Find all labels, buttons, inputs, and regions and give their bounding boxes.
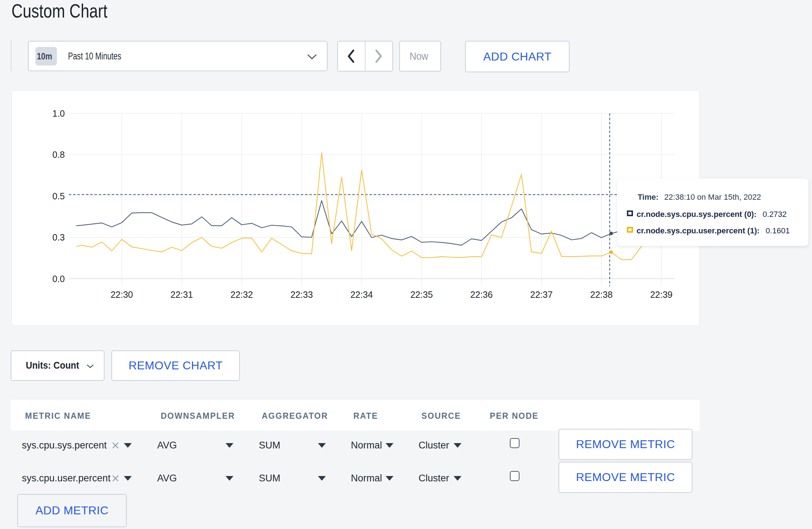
svg-text:22:38: 22:38: [590, 290, 613, 300]
svg-text:0.5: 0.5: [52, 191, 65, 201]
svg-text:22:37: 22:37: [530, 290, 553, 300]
svg-text:0.3: 0.3: [52, 232, 65, 242]
svg-text:22:39: 22:39: [650, 290, 673, 300]
svg-text:22:32: 22:32: [231, 290, 253, 300]
svg-text:22:34: 22:34: [351, 290, 373, 300]
svg-text:1.0: 1.0: [52, 108, 65, 118]
svg-text:22:30: 22:30: [111, 290, 133, 300]
svg-text:0.8: 0.8: [52, 150, 65, 160]
svg-text:22:33: 22:33: [290, 290, 313, 300]
svg-text:22:31: 22:31: [170, 290, 193, 300]
svg-text:0.0: 0.0: [52, 274, 65, 284]
svg-text:22:36: 22:36: [470, 290, 493, 300]
svg-text:22:35: 22:35: [410, 290, 433, 300]
